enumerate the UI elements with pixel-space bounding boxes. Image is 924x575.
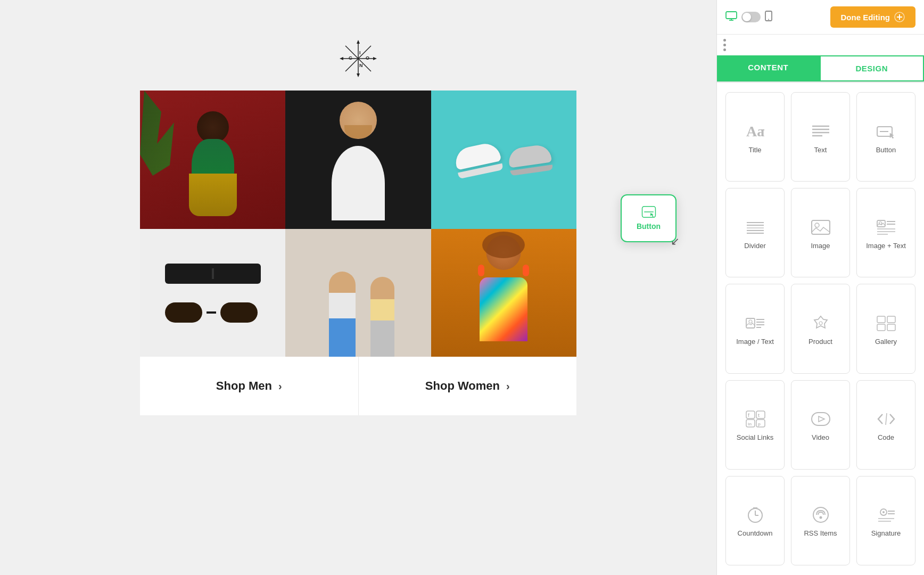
floating-button-widget[interactable]: Button ↙	[621, 194, 676, 242]
content-blocks-grid: Aa Title Text Button	[717, 83, 924, 575]
svg-text:O: O	[366, 55, 369, 61]
product-block-icon	[811, 314, 831, 332]
svg-point-54	[819, 322, 822, 325]
logo-area: I G O N	[140, 21, 576, 91]
button-widget-icon	[639, 206, 658, 218]
block-button[interactable]: Button	[856, 92, 915, 182]
shop-men-arrow: ›	[278, 380, 282, 392]
signature-block-icon	[876, 506, 896, 524]
shop-men-button[interactable]: Shop Men ›	[140, 357, 359, 415]
svg-point-75	[819, 516, 822, 519]
gallery-block-label: Gallery	[875, 338, 897, 346]
block-social[interactable]: f t in p Social Links	[725, 380, 785, 470]
code-block-label: Code	[878, 433, 894, 441]
toggle-knob	[742, 13, 751, 21]
block-image-text[interactable]: Image + Text	[856, 188, 915, 277]
grid-cell-man	[285, 91, 431, 229]
svg-marker-14	[650, 213, 653, 217]
mobile-icon[interactable]	[765, 11, 772, 24]
social-block-label: Social Links	[737, 433, 773, 441]
title-block-icon: Aa	[745, 122, 765, 141]
done-editing-plus-icon	[894, 12, 905, 22]
gallery-block-icon	[876, 314, 896, 332]
block-code[interactable]: Code	[856, 380, 915, 470]
dot-1	[723, 39, 726, 42]
svg-rect-57	[877, 324, 885, 331]
block-title[interactable]: Aa Title	[725, 92, 785, 182]
code-block-icon	[876, 410, 896, 428]
tab-design[interactable]: DESIGN	[820, 55, 925, 81]
svg-marker-68	[819, 416, 824, 422]
tab-content[interactable]: CONTENT	[717, 55, 820, 81]
grid-cell-colorful	[431, 229, 576, 357]
svg-marker-53	[814, 316, 827, 328]
svg-rect-67	[812, 413, 830, 425]
image-grid	[140, 91, 576, 357]
video-block-icon	[811, 410, 831, 428]
svg-point-39	[815, 223, 819, 227]
block-text[interactable]: Text	[791, 92, 850, 182]
options-dots-button[interactable]	[721, 35, 728, 55]
block-image[interactable]: Image	[791, 188, 850, 277]
preview-toggle[interactable]	[741, 12, 761, 22]
block-gallery[interactable]: Gallery	[856, 284, 915, 373]
svg-point-48	[749, 320, 752, 323]
text-block-label: Text	[814, 146, 827, 154]
svg-rect-38	[812, 220, 830, 234]
block-product[interactable]: Product	[791, 284, 850, 373]
desktop-icon[interactable]	[725, 11, 737, 23]
svg-marker-5	[357, 73, 360, 77]
image-text-block-label: Image + Text	[866, 242, 906, 250]
email-content: Shop Men › Shop Women ›	[140, 91, 576, 415]
signature-block-label: Signature	[871, 529, 901, 537]
svg-rect-58	[887, 324, 895, 331]
top-bar: Done Editing	[717, 0, 924, 35]
shop-women-button[interactable]: Shop Women ›	[359, 357, 577, 415]
grid-cell-shoes	[431, 91, 576, 229]
block-rss[interactable]: RSS Items	[791, 476, 850, 565]
social-block-icon: f t in p	[745, 410, 765, 428]
content-tab-label: CONTENT	[748, 63, 788, 72]
title-block-label: Title	[748, 146, 761, 154]
svg-text:f: f	[748, 413, 750, 418]
done-editing-label: Done Editing	[841, 13, 890, 22]
grid-cell-couple	[285, 229, 431, 357]
grid-cell-woman	[140, 91, 285, 229]
block-divider[interactable]: Divider	[725, 188, 785, 277]
text-block-icon	[811, 122, 831, 141]
shop-women-label: Shop Women	[425, 379, 500, 393]
done-editing-button[interactable]: Done Editing	[830, 6, 916, 28]
svg-marker-6	[340, 57, 343, 60]
svg-marker-4	[357, 40, 360, 44]
design-tab-label: DESIGN	[855, 64, 888, 73]
rss-block-label: RSS Items	[804, 529, 837, 537]
svg-point-20	[768, 19, 769, 20]
cursor-indicator-icon: ↙	[671, 235, 680, 248]
block-countdown[interactable]: Countdown	[725, 476, 785, 565]
shop-men-label: Shop Men	[216, 379, 272, 393]
shop-women-arrow: ›	[506, 380, 510, 392]
floating-button-label: Button	[637, 222, 661, 231]
svg-marker-7	[373, 57, 377, 60]
divider-block-icon	[745, 218, 765, 236]
image-block-icon	[811, 218, 831, 236]
block-signature[interactable]: Signature	[856, 476, 915, 565]
right-panel: Done Editing CONTENT DESIGN Aa	[716, 0, 924, 575]
shop-buttons-section: Shop Men › Shop Women ›	[140, 357, 576, 415]
panel-options-area	[717, 35, 924, 55]
block-video[interactable]: Video	[791, 380, 850, 470]
grid-cell-sunglasses	[140, 229, 285, 357]
video-block-label: Video	[812, 433, 829, 441]
divider-block-label: Divider	[744, 242, 765, 250]
brand-logo: I G O N	[337, 37, 380, 80]
tab-bar: CONTENT DESIGN	[717, 55, 924, 83]
svg-point-77	[882, 511, 885, 513]
image-text-block-icon	[876, 218, 896, 236]
svg-text:Aa: Aa	[746, 123, 764, 139]
block-image-text2[interactable]: Image / Text	[725, 284, 785, 373]
dot-2	[723, 44, 726, 46]
button-block-label: Button	[876, 146, 896, 154]
button-block-icon	[876, 122, 896, 141]
device-icons	[725, 11, 772, 24]
image-block-label: Image	[811, 242, 830, 250]
